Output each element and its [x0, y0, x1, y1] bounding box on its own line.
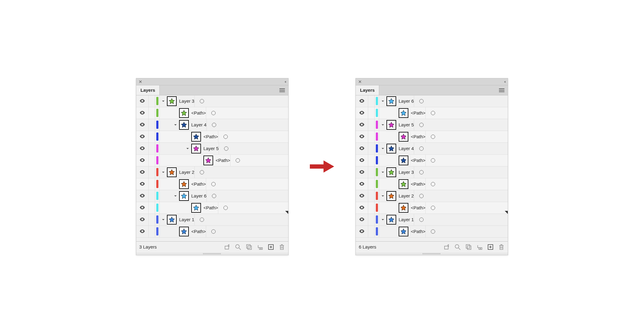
export-icon[interactable] — [224, 244, 230, 250]
layer-name-label[interactable]: <Path> — [411, 229, 425, 234]
visibility-toggle[interactable] — [356, 95, 368, 107]
lock-column[interactable] — [149, 178, 155, 190]
layer-row[interactable]: <Path> — [356, 155, 508, 166]
lock-column[interactable] — [368, 107, 375, 119]
lock-column[interactable] — [149, 226, 155, 237]
layer-name-label[interactable]: Layer 6 — [399, 98, 414, 104]
lock-column[interactable] — [149, 131, 155, 142]
visibility-toggle[interactable] — [136, 131, 149, 142]
disclosure-chevron-icon[interactable] — [379, 147, 386, 150]
layer-name-label[interactable]: Layer 2 — [399, 193, 414, 198]
lock-column[interactable] — [368, 119, 375, 131]
visibility-toggle[interactable] — [136, 95, 149, 107]
layer-name-label[interactable]: Layer 5 — [399, 122, 414, 127]
visibility-toggle[interactable] — [136, 214, 149, 225]
visibility-toggle[interactable] — [136, 190, 149, 202]
selection-target[interactable] — [194, 95, 209, 107]
selection-target[interactable] — [425, 107, 440, 119]
panel-menu-icon[interactable] — [276, 85, 288, 95]
visibility-toggle[interactable] — [356, 119, 368, 131]
selection-target[interactable] — [218, 131, 233, 142]
layer-name-label[interactable]: <Path> — [191, 110, 206, 115]
visibility-toggle[interactable] — [356, 143, 368, 154]
layer-row[interactable]: <Path> — [136, 226, 288, 238]
layer-row[interactable]: <Path> — [136, 178, 288, 190]
layer-name-label[interactable]: Layer 5 — [203, 146, 219, 151]
selection-target[interactable] — [414, 119, 429, 131]
selection-target[interactable] — [206, 178, 221, 190]
visibility-toggle[interactable] — [356, 178, 368, 190]
layer-name-label[interactable]: Layer 1 — [399, 217, 414, 222]
selection-target[interactable] — [414, 95, 429, 107]
lock-column[interactable] — [149, 202, 155, 214]
selection-target[interactable] — [425, 131, 440, 142]
export-icon[interactable] — [443, 244, 450, 250]
disclosure-chevron-icon[interactable] — [172, 123, 179, 126]
layer-row[interactable]: Layer 1 — [136, 214, 288, 226]
resize-grip[interactable] — [356, 252, 508, 255]
clip-mask-icon[interactable] — [465, 244, 472, 250]
layer-row[interactable]: Layer 1 — [356, 214, 508, 226]
visibility-toggle[interactable] — [136, 119, 149, 131]
layer-name-label[interactable]: <Path> — [191, 229, 206, 234]
layer-name-label[interactable]: <Path> — [411, 181, 425, 187]
layer-row[interactable]: Layer 2 — [356, 190, 508, 202]
layer-row[interactable]: Layer 3 — [136, 95, 288, 107]
lock-column[interactable] — [149, 214, 155, 225]
panel-title-bar[interactable]: ✕ ‹‹ — [356, 78, 508, 85]
new-layer-icon[interactable] — [268, 244, 274, 250]
selection-target[interactable] — [414, 143, 429, 154]
lock-column[interactable] — [368, 226, 375, 237]
layer-row[interactable]: Layer 5 — [356, 119, 508, 131]
layer-row[interactable]: Layer 3 — [356, 166, 508, 178]
selection-target[interactable] — [206, 119, 221, 131]
layer-name-label[interactable]: Layer 1 — [179, 217, 194, 222]
visibility-toggle[interactable] — [356, 155, 368, 166]
layer-name-label[interactable]: Layer 6 — [191, 193, 206, 198]
visibility-toggle[interactable] — [136, 107, 149, 119]
selection-target[interactable] — [206, 226, 221, 237]
disclosure-chevron-icon[interactable] — [184, 147, 191, 150]
close-icon[interactable]: ✕ — [358, 79, 362, 84]
layer-row[interactable]: <Path> — [356, 202, 508, 214]
disclosure-chevron-icon[interactable] — [160, 100, 167, 103]
selection-target[interactable] — [194, 166, 209, 178]
selection-target[interactable] — [414, 190, 429, 202]
layer-name-label[interactable]: Layer 4 — [191, 122, 206, 127]
layer-row[interactable]: <Path> — [356, 178, 508, 190]
lock-column[interactable] — [368, 95, 375, 107]
selection-target[interactable] — [414, 166, 429, 178]
tab-layers[interactable]: Layers — [136, 85, 160, 95]
selection-target[interactable] — [425, 178, 440, 190]
layer-name-label[interactable]: <Path> — [411, 205, 425, 210]
lock-column[interactable] — [149, 95, 155, 107]
layer-row[interactable]: <Path> — [136, 202, 288, 214]
selection-target[interactable] — [425, 155, 440, 166]
layer-row[interactable]: <Path> — [136, 107, 288, 119]
visibility-toggle[interactable] — [136, 178, 149, 190]
lock-column[interactable] — [368, 178, 375, 190]
layer-row[interactable]: Layer 2 — [136, 166, 288, 178]
visibility-toggle[interactable] — [356, 131, 368, 142]
disclosure-chevron-icon[interactable] — [379, 123, 386, 126]
new-sublayer-icon[interactable] — [476, 244, 483, 250]
lock-column[interactable] — [368, 143, 375, 154]
layer-row[interactable]: <Path> — [136, 131, 288, 143]
layer-name-label[interactable]: <Path> — [203, 205, 218, 210]
layer-row[interactable]: <Path> — [356, 107, 508, 119]
layer-name-label[interactable]: <Path> — [411, 158, 425, 163]
panel-menu-icon[interactable] — [496, 85, 508, 95]
layer-name-label[interactable]: Layer 2 — [179, 170, 194, 175]
disclosure-chevron-icon[interactable] — [379, 100, 386, 103]
visibility-toggle[interactable] — [356, 107, 368, 119]
visibility-toggle[interactable] — [356, 202, 368, 214]
visibility-toggle[interactable] — [356, 166, 368, 178]
clip-mask-icon[interactable] — [246, 244, 252, 250]
tab-layers[interactable]: Layers — [356, 85, 379, 95]
layer-row[interactable]: <Path> — [356, 226, 508, 238]
search-icon[interactable] — [235, 244, 241, 250]
layer-row[interactable]: Layer 4 — [136, 119, 288, 131]
layer-name-label[interactable]: Layer 4 — [399, 146, 414, 151]
visibility-toggle[interactable] — [136, 155, 149, 166]
selection-target[interactable] — [218, 202, 233, 214]
